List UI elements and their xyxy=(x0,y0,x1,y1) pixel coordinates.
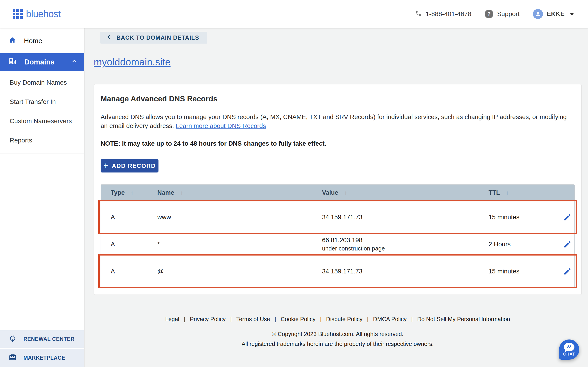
column-header-value: Value ↑ xyxy=(322,189,489,196)
support-label: Support xyxy=(497,10,519,18)
cell-ttl: 15 minutes xyxy=(489,214,560,221)
renew-icon xyxy=(9,334,17,344)
dns-note: NOTE: It may take up to 24 to 48 hours f… xyxy=(101,140,575,147)
edit-record-button[interactable] xyxy=(560,239,574,250)
column-header-ttl: TTL ↑ xyxy=(489,189,560,196)
copyright-text: © Copyright 2023 Bluehost.com. All right… xyxy=(94,331,582,337)
building-icon xyxy=(9,57,17,67)
trademark-text: All registered trademarks herein are the… xyxy=(94,341,582,347)
table-row: A * 66.81.203.198 under construction pag… xyxy=(101,233,574,255)
sidebar-item-label: MARKETPLACE xyxy=(23,355,65,361)
edit-record-button[interactable] xyxy=(560,212,574,223)
card-title: Manage Advanced DNS Records xyxy=(101,94,575,103)
add-record-label: ADD RECORD xyxy=(112,162,156,169)
dns-records-card: Manage Advanced DNS Records Advanced DNS… xyxy=(94,84,582,295)
help-icon: ? xyxy=(485,10,493,18)
phone-icon xyxy=(415,10,422,18)
sidebar-item-buy-domain-names[interactable]: Buy Domain Names xyxy=(0,73,84,92)
sidebar-item-label: Start Transfer In xyxy=(10,98,56,106)
sidebar-bottom: RENEWAL CENTER MARKETPLACE xyxy=(0,329,84,367)
domains-submenu: Buy Domain Names Start Transfer In Custo… xyxy=(0,71,84,153)
sidebar-item-marketplace[interactable]: MARKETPLACE xyxy=(0,349,84,367)
sidebar-item-custom-nameservers[interactable]: Custom Nameservers xyxy=(0,111,84,131)
avatar xyxy=(533,9,543,19)
footer-link-dmca-policy[interactable]: DMCA Policy xyxy=(373,316,406,323)
table-header-row: Type ↑ Name ↑ Value ↑ TTL ↑ xyxy=(101,185,574,201)
sidebar-item-renewal-center[interactable]: RENEWAL CENTER xyxy=(0,330,84,348)
sidebar-item-home[interactable]: Home xyxy=(0,32,84,50)
user-menu[interactable]: EKKE xyxy=(533,9,574,19)
cell-type: A xyxy=(111,214,157,221)
chevron-up-icon xyxy=(71,58,78,66)
sidebar-item-label: Domains xyxy=(24,58,54,66)
card-description: Advanced DNS allows you to manage your D… xyxy=(101,112,575,130)
footer-link-legal[interactable]: Legal xyxy=(165,316,179,323)
description-text: Advanced DNS allows you to manage your D… xyxy=(101,113,567,129)
phone-contact[interactable]: 1-888-401-4678 xyxy=(415,10,471,18)
sidebar-item-label: Buy Domain Names xyxy=(10,79,67,86)
cell-name: * xyxy=(157,241,322,248)
sidebar-item-start-transfer-in[interactable]: Start Transfer In xyxy=(0,92,84,111)
sidebar-item-label: RENEWAL CENTER xyxy=(23,336,75,342)
sort-icon[interactable]: ↑ xyxy=(180,189,183,196)
dns-records-table: Type ↑ Name ↑ Value ↑ TTL ↑ xyxy=(101,184,575,288)
table-row: A www 34.159.171.73 15 minutes xyxy=(101,201,574,233)
sidebar-item-domains[interactable]: Domains xyxy=(0,53,84,71)
bluehost-logo[interactable]: bluehost xyxy=(13,8,61,19)
sidebar-item-reports[interactable]: Reports xyxy=(0,131,84,150)
cell-ttl: 15 minutes xyxy=(489,268,560,275)
cell-value: 66.81.203.198 under construction page xyxy=(322,236,489,252)
learn-more-link[interactable]: Learn more about DNS Records xyxy=(176,122,266,129)
footer-link-dispute-policy[interactable]: Dispute Policy xyxy=(326,316,363,323)
footer-link-terms-of-use[interactable]: Terms of Use xyxy=(236,316,270,323)
chat-button[interactable]: ” CHAT xyxy=(559,340,579,360)
footer-link-do-not-sell[interactable]: Do Not Sell My Personal Information xyxy=(417,316,510,323)
back-button-label: BACK TO DOMAIN DETAILS xyxy=(116,34,199,41)
column-header-type: Type ↑ xyxy=(111,189,157,196)
cell-name: @ xyxy=(157,268,322,275)
footer-links: Legal| Privacy Policy| Terms of Use| Coo… xyxy=(94,316,582,323)
top-header: bluehost 1-888-401-4678 ? Support EKKE xyxy=(0,0,588,28)
sidebar-item-label: Home xyxy=(24,37,42,45)
cell-type: A xyxy=(111,241,157,248)
gift-icon xyxy=(9,353,17,362)
sort-icon[interactable]: ↑ xyxy=(506,189,509,196)
support-menu[interactable]: ? Support xyxy=(485,10,519,18)
app-window: bluehost 1-888-401-4678 ? Support EKKE xyxy=(0,0,588,367)
home-icon xyxy=(9,36,16,45)
footer-link-privacy-policy[interactable]: Privacy Policy xyxy=(190,316,226,323)
back-to-domain-details-button[interactable]: BACK TO DOMAIN DETAILS xyxy=(100,32,207,44)
column-header-name: Name ↑ xyxy=(157,189,322,196)
main-content: BACK TO DOMAIN DETAILS myolddomain.site … xyxy=(85,28,588,367)
footer-link-cookie-policy[interactable]: Cookie Policy xyxy=(281,316,315,323)
table-row: A @ 34.159.171.73 15 minutes xyxy=(101,255,574,287)
sidebar-item-label: Reports xyxy=(10,137,32,144)
cell-ttl: 2 Hours xyxy=(489,241,560,248)
page-footer: Legal| Privacy Policy| Terms of Use| Coo… xyxy=(94,316,582,347)
cell-name: www xyxy=(157,214,322,221)
cell-value: 34.159.171.73 xyxy=(322,214,489,221)
edit-record-button[interactable] xyxy=(560,266,574,277)
cell-type: A xyxy=(111,268,157,275)
sidebar: Home Domains Buy Domain Names Start Tran… xyxy=(0,28,85,367)
add-record-button[interactable]: + ADD RECORD xyxy=(101,159,158,173)
phone-number: 1-888-401-4678 xyxy=(426,10,471,18)
cell-value: 34.159.171.73 xyxy=(322,268,489,275)
value-note: under construction page xyxy=(322,245,489,252)
sort-icon[interactable]: ↑ xyxy=(131,189,134,196)
chevron-down-icon xyxy=(570,13,574,15)
logo-text: bluehost xyxy=(26,8,61,19)
sidebar-item-label: Custom Nameservers xyxy=(10,117,72,125)
user-name: EKKE xyxy=(547,10,565,18)
chevron-left-icon xyxy=(106,34,112,41)
domain-title-link[interactable]: myolddomain.site xyxy=(94,56,171,68)
chat-bubble-icon: ” xyxy=(564,343,574,351)
sort-icon[interactable]: ↑ xyxy=(344,189,347,196)
logo-grid-icon xyxy=(13,9,23,19)
